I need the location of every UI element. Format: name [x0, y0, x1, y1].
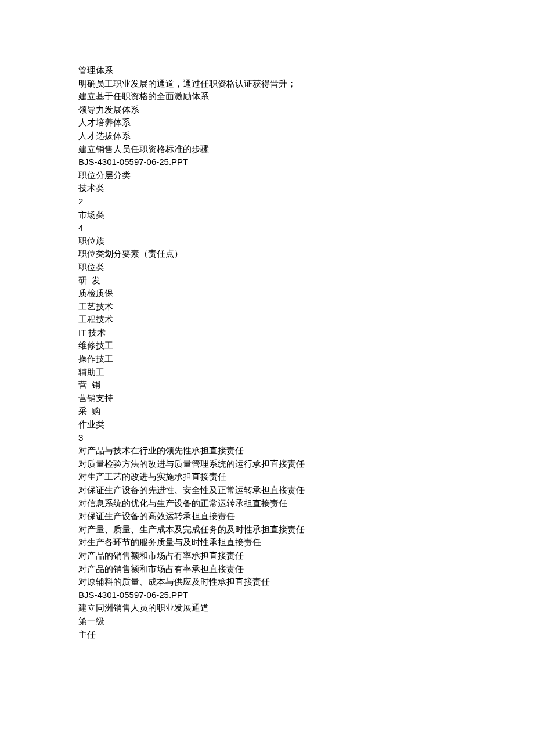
text-line: 对保证生产设备的高效运转承担直接责任: [78, 510, 456, 523]
text-line: 建立基于任职资格的全面激励体系: [78, 90, 456, 103]
text-line: 建立销售人员任职资格标准的步骤: [78, 143, 456, 156]
text-line: 维修技工: [78, 339, 456, 352]
text-line: 对产品的销售额和市场占有率承担直接责任: [78, 549, 456, 563]
text-line: 对质量检验方法的改进与质量管理系统的运行承担直接责任: [78, 458, 456, 471]
text-line: 对生产工艺的改进与实施承担直接责任: [78, 470, 456, 484]
text-line: 建立同洲销售人员的职业发展通道: [78, 602, 456, 615]
text-line: 营销支持: [78, 392, 456, 405]
text-line: BJS-4301-05597-06-25.PPT: [78, 589, 456, 602]
text-line: 研 发: [78, 274, 456, 287]
text-line: 领导力发展体系: [78, 103, 456, 117]
text-line: 市场类: [78, 208, 456, 222]
text-line: 主任: [78, 628, 456, 642]
text-line: BJS-4301-05597-06-25.PPT: [78, 156, 456, 169]
text-line: 人才选拔体系: [78, 129, 456, 143]
text-line: 工艺技术: [78, 300, 456, 314]
text-line: 人才培养体系: [78, 116, 456, 129]
text-line: 质检质保: [78, 287, 456, 300]
text-line: 对产品的销售额和市场占有率承担直接责任: [78, 563, 456, 576]
text-line: IT 技术: [78, 326, 456, 340]
text-line: 4: [78, 221, 456, 235]
text-line: 工程技术: [78, 313, 456, 326]
text-line: 对信息系统的优化与生产设备的正常运转承担直接责任: [78, 497, 456, 510]
text-line: 职位类: [78, 261, 456, 274]
text-line: 操作技工: [78, 352, 456, 366]
text-line: 3: [78, 431, 456, 445]
text-line: 辅助工: [78, 366, 456, 379]
text-line: 职位族: [78, 235, 456, 248]
text-line: 营 销: [78, 379, 456, 392]
text-line: 技术类: [78, 182, 456, 195]
text-line: 对生产各环节的服务质量与及时性承担直接责任: [78, 536, 456, 549]
text-line: 对产量、质量、生产成本及完成任务的及时性承担直接责任: [78, 523, 456, 537]
text-line: 采 购: [78, 405, 456, 418]
text-line: 2: [78, 195, 456, 208]
text-line: 管理体系: [78, 64, 456, 77]
text-line: 明确员工职业发展的通道，通过任职资格认证获得晋升；: [78, 77, 456, 91]
text-line: 对产品与技术在行业的领先性承担直接责任: [78, 444, 456, 458]
document-body: 管理体系明确员工职业发展的通道，通过任职资格认证获得晋升；建立基于任职资格的全面…: [78, 64, 456, 641]
text-line: 对保证生产设备的先进性、安全性及正常运转承担直接责任: [78, 484, 456, 497]
text-line: 对原辅料的质量、成本与供应及时性承担直接责任: [78, 575, 456, 589]
text-line: 职位分层分类: [78, 169, 456, 182]
text-line: 作业类: [78, 418, 456, 431]
text-line: 职位类划分要素（责任点）: [78, 247, 456, 261]
text-line: 第一级: [78, 615, 456, 628]
